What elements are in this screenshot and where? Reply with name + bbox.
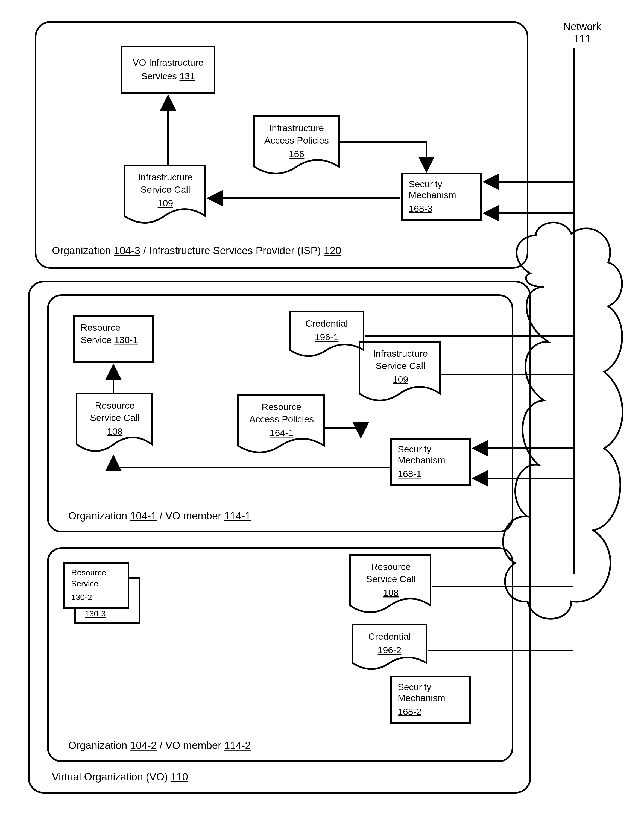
org1-sec-ref: 168-1	[398, 468, 422, 479]
org3-infra-call-l2: Service Call	[141, 184, 190, 195]
vo-infra-services-l1: VO Infrastructure	[133, 57, 204, 67]
org2-res-serv2-ref: 130-3	[85, 609, 106, 618]
org1-inf-call-ref: 109	[393, 374, 408, 385]
infra-policies-l1: Infrastructure	[269, 123, 324, 133]
org2-label: Organization 104-2 / VO member 114-2	[68, 740, 251, 751]
org1-res-policies-l2: Access Policies	[249, 414, 314, 424]
vo-infra-services-l2: Services 131	[141, 71, 195, 81]
arrow-sec1-to-rescall1	[113, 456, 389, 467]
vo-infra-services-box	[122, 46, 215, 93]
vo-container	[29, 281, 530, 793]
org3-infra-call-ref: 109	[158, 198, 173, 208]
org1-res-call-ref: 108	[107, 426, 123, 437]
org2-sec-ref: 168-2	[398, 706, 422, 717]
org1-res-serv-l1: Resource	[80, 322, 120, 333]
org1-inf-call-l2: Service Call	[376, 360, 425, 371]
org3-infra-call-l1: Infrastructure	[138, 172, 193, 182]
org1-cred-l1: Credential	[306, 318, 348, 329]
org1-res-call-l2: Service Call	[90, 413, 140, 423]
org1-label: Organization 104-1 / VO member 114-1	[68, 510, 251, 521]
network-ref: 111	[573, 33, 591, 44]
org2-res-serv1-l1: Resource	[71, 568, 106, 577]
org3-sec-l2: Mechanism	[409, 190, 456, 200]
org1-cred-ref: 196-1	[315, 332, 338, 342]
org1-res-policies-l1: Resource	[261, 401, 302, 412]
org3-label: Organization 104-3 / Infrastructure Serv…	[52, 245, 341, 256]
network-label: Network	[563, 21, 601, 32]
org1-inf-call-l1: Infrastructure	[373, 348, 428, 358]
org2-res-call-l1: Resource	[371, 561, 411, 572]
org2-cred-ref: 196-2	[378, 645, 402, 655]
org2-sec-l1: Security	[398, 682, 431, 692]
org2-cred-l1: Credential	[368, 631, 411, 641]
org2-res-serv1-ref: 130-2	[71, 593, 92, 602]
org1-res-serv-l2: Service 130-1	[80, 335, 138, 345]
org3-sec-l1: Security	[409, 179, 442, 189]
arrow-policies-to-sec3	[340, 142, 426, 172]
org3-sec-ref: 168-3	[409, 203, 432, 214]
arrow-policies1-to-sec1	[325, 428, 361, 437]
vo-label: Virtual Organization (VO) 110	[52, 771, 188, 782]
infra-policies-ref: 166	[289, 149, 304, 159]
org1-res-call-l1: Resource	[95, 400, 135, 411]
infra-policies-l2: Access Policies	[264, 135, 329, 145]
org1-sec-l1: Security	[398, 444, 431, 454]
org1-sec-l2: Mechanism	[398, 455, 445, 465]
org2-res-call-ref: 108	[383, 587, 399, 598]
org2-res-call-l2: Service Call	[366, 574, 416, 584]
org2-sec-l2: Mechanism	[398, 693, 445, 703]
org2-res-serv1-l2: Service	[71, 579, 99, 588]
org1-res-policies-ref: 164-1	[270, 427, 294, 438]
